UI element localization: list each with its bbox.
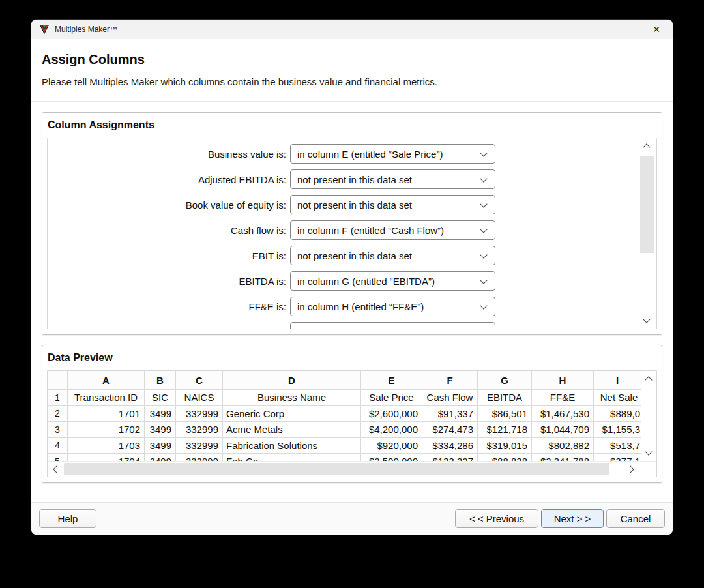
column-assignments-group: Column Assignments Business value is:in … bbox=[42, 112, 662, 335]
column-letter: I bbox=[594, 371, 641, 390]
scroll-left-icon[interactable] bbox=[53, 465, 60, 473]
scroll-up-icon[interactable] bbox=[645, 376, 652, 383]
column-assignments-title: Column Assignments bbox=[48, 119, 657, 131]
scrollbar-thumb[interactable] bbox=[640, 156, 654, 253]
table-row: 317023499332999Acme Metals$4,200,000$274… bbox=[48, 422, 641, 438]
header-cell: Transaction ID bbox=[68, 390, 145, 406]
scroll-down-icon[interactable] bbox=[643, 316, 650, 323]
titlebar: Multiples Maker™ ✕ bbox=[31, 20, 673, 39]
assignment-row: Business value is:in column E (entitled … bbox=[48, 144, 656, 164]
assignment-row: Adjusted EBITDA is:not present in this d… bbox=[48, 169, 656, 189]
scroll-down-icon[interactable] bbox=[645, 448, 652, 455]
chevron-down-icon bbox=[480, 200, 487, 207]
page-title: Assign Columns bbox=[42, 52, 662, 67]
assignment-dropdown-partial[interactable] bbox=[290, 322, 495, 329]
dropdown-selected-value: not present in this data set bbox=[297, 199, 412, 211]
table-cell: Acme Metals bbox=[223, 422, 361, 438]
table-cell: $274,473 bbox=[422, 422, 478, 438]
table-row: 217013499332999Generic Corp$2,600,000$91… bbox=[48, 406, 641, 422]
previous-button[interactable]: < < Previous bbox=[455, 509, 538, 528]
assignment-label: FF&E is: bbox=[48, 301, 290, 312]
table-horizontal-scrollbar[interactable] bbox=[48, 461, 656, 477]
dropdown-selected-value: in column H (entitled “FF&E”) bbox=[297, 301, 424, 312]
table-cell: $2,600,000 bbox=[361, 406, 422, 422]
column-letter: B bbox=[145, 371, 176, 390]
next-button[interactable]: Next > > bbox=[541, 509, 604, 528]
window-title: Multiples Maker™ bbox=[55, 25, 647, 34]
assignment-row-partial bbox=[48, 322, 656, 329]
column-letter: A bbox=[68, 371, 145, 390]
assignments-scroll-area: Business value is:in column E (entitled … bbox=[47, 138, 657, 329]
table-cell: 3499 bbox=[145, 422, 176, 438]
table-cell: $319,015 bbox=[478, 438, 532, 454]
column-letter: C bbox=[176, 371, 223, 390]
spreadsheet-grid: ABCDEFGHI1Transaction IDSICNAICSBusiness… bbox=[48, 371, 641, 470]
table-cell: $889,0 bbox=[594, 406, 641, 422]
dropdown-selected-value: not present in this data set bbox=[297, 174, 412, 185]
header-cell: Cash Flow bbox=[422, 390, 478, 406]
assignment-row: EBIT is:not present in this data set bbox=[48, 246, 656, 265]
cancel-button[interactable]: Cancel bbox=[606, 509, 665, 528]
assignment-dropdown[interactable]: not present in this data set bbox=[290, 169, 495, 189]
data-preview-title: Data Preview bbox=[48, 352, 657, 364]
header-cell: Business Name bbox=[223, 390, 361, 406]
assignment-dropdown[interactable]: in column F (entitled “Cash Flow”) bbox=[290, 220, 495, 240]
chevron-down-icon bbox=[480, 302, 487, 309]
assignment-dropdown[interactable]: in column E (entitled “Sale Price”) bbox=[290, 144, 495, 164]
table-cell: 1703 bbox=[68, 438, 145, 454]
table-cell: $802,882 bbox=[532, 438, 594, 454]
chevron-down-icon bbox=[480, 226, 487, 233]
assignment-label: Business value is: bbox=[48, 149, 290, 160]
table-cell: 1702 bbox=[68, 422, 145, 438]
header-cell: Sale Price bbox=[361, 390, 422, 406]
assignment-dropdown[interactable]: not present in this data set bbox=[290, 246, 495, 265]
header-cell: NAICS bbox=[176, 390, 223, 406]
assignment-dropdown[interactable]: in column G (entitled “EBITDA”) bbox=[290, 271, 495, 291]
data-preview-table: ABCDEFGHI1Transaction IDSICNAICSBusiness… bbox=[47, 370, 657, 477]
table-cell: $1,155,3 bbox=[594, 422, 641, 438]
table-cell: 3499 bbox=[145, 406, 176, 422]
assignment-row: FF&E is:in column H (entitled “FF&E”) bbox=[48, 297, 656, 316]
chevron-down-icon bbox=[480, 149, 487, 156]
help-button[interactable]: Help bbox=[39, 509, 96, 528]
table-cell: 332999 bbox=[176, 422, 223, 438]
close-button[interactable]: ✕ bbox=[647, 21, 666, 38]
dropdown-selected-value: in column G (entitled “EBITDA”) bbox=[297, 276, 435, 287]
assignment-row: EBITDA is:in column G (entitled “EBITDA”… bbox=[48, 271, 656, 291]
scroll-up-icon[interactable] bbox=[643, 143, 650, 151]
dropdown-selected-value: not present in this data set bbox=[297, 250, 412, 261]
table-cell: $1,044,709 bbox=[532, 422, 594, 438]
table-cell: Fabrication Solutions bbox=[223, 438, 361, 454]
table-cell: Generic Corp bbox=[223, 406, 361, 422]
dropdown-selected-value: in column F (entitled “Cash Flow”) bbox=[297, 225, 444, 236]
header-cell: EBITDA bbox=[478, 390, 532, 406]
assignments-scrollbar[interactable] bbox=[638, 138, 656, 329]
header-cell: Net Sale bbox=[594, 390, 641, 406]
header-cell: FF&E bbox=[532, 390, 594, 406]
wizard-content: Column Assignments Business value is:in … bbox=[31, 102, 673, 493]
table-cell: $91,337 bbox=[422, 406, 478, 422]
table-cell: 332999 bbox=[176, 438, 223, 454]
column-letter: G bbox=[478, 371, 532, 390]
assignment-dropdown[interactable]: in column H (entitled “FF&E”) bbox=[290, 297, 495, 316]
header-cell: SIC bbox=[145, 390, 176, 406]
assignment-label: EBIT is: bbox=[48, 250, 290, 261]
assignment-row: Cash flow is:in column F (entitled “Cash… bbox=[48, 220, 656, 240]
scroll-right-icon[interactable] bbox=[626, 465, 634, 473]
data-preview-group: Data Preview ABCDEFGHI1Transaction IDSIC… bbox=[42, 345, 662, 483]
table-cell: $334,286 bbox=[422, 438, 478, 454]
assignment-dropdown[interactable]: not present in this data set bbox=[290, 195, 495, 214]
corner-cell bbox=[48, 371, 68, 390]
assignment-label: Adjusted EBITDA is: bbox=[48, 174, 290, 185]
scrollbar-thumb[interactable] bbox=[64, 463, 609, 475]
chevron-down-icon bbox=[480, 175, 487, 182]
table-cell: 332999 bbox=[176, 406, 223, 422]
table-cell: 1701 bbox=[68, 406, 145, 422]
row-number: 4 bbox=[48, 438, 68, 454]
table-cell: $1,467,530 bbox=[532, 406, 594, 422]
table-cell: $513,7 bbox=[594, 438, 641, 454]
column-letter: F bbox=[422, 371, 478, 390]
column-letter: E bbox=[361, 371, 422, 390]
table-vertical-scrollbar[interactable] bbox=[641, 371, 656, 461]
table-cell: $121,718 bbox=[478, 422, 532, 438]
